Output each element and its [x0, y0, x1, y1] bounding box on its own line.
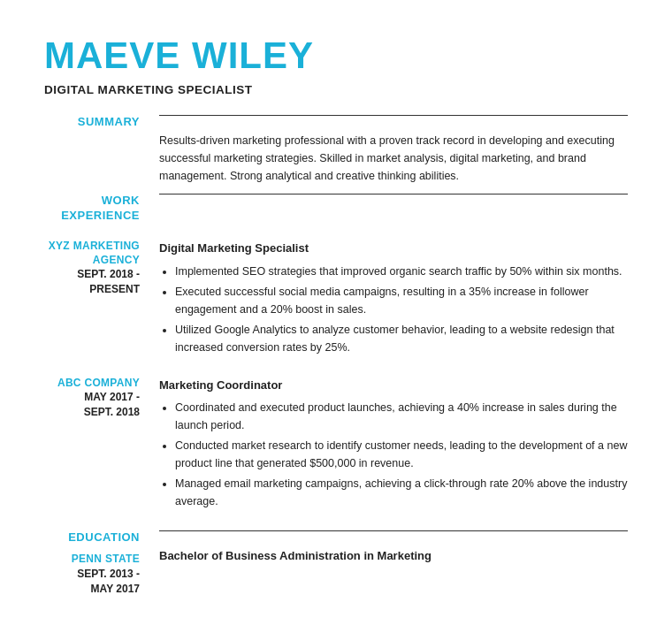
job-2-left: ABC COMPANY MAY 2017 - SEPT. 2018 [44, 377, 159, 420]
list-item: Coordinated and executed product launche… [175, 399, 628, 434]
job-2-position: Marketing Coordinator [159, 377, 628, 394]
list-item: Utilized Google Analytics to analyze cus… [175, 321, 628, 356]
job-1-row: XYZ MARKETING AGENCY SEPT. 2018 - PRESEN… [44, 240, 628, 359]
summary-text: Results-driven marketing professional wi… [159, 132, 628, 185]
job-2-row: ABC COMPANY MAY 2017 - SEPT. 2018 Market… [44, 377, 628, 514]
work-experience-label: WORK EXPERIENCE [44, 194, 140, 224]
list-item: Managed email marketing campaigns, achie… [175, 475, 628, 510]
job-1-company: XYZ MARKETING AGENCY [44, 240, 140, 267]
job-2-bullets: Coordinated and executed product launche… [159, 399, 628, 510]
job-1-bullets: Implemented SEO strategies that improved… [159, 263, 628, 356]
candidate-name: MAEVE WILEY [44, 35, 628, 76]
header-section: MAEVE WILEY DIGITAL MARKETING SPECIALIST [44, 35, 628, 99]
work-experience-label-col: WORK EXPERIENCE [44, 194, 159, 224]
job-1-date: SEPT. 2018 - PRESENT [44, 267, 140, 297]
degree-title: Bachelor of Business Administration in M… [159, 547, 628, 565]
candidate-job-title: DIGITAL MARKETING SPECIALIST [44, 81, 628, 99]
education-left: EDUCATION PENN STATE SEPT. 2013 - MAY 20… [44, 530, 159, 596]
summary-label: SUMMARY [44, 115, 140, 130]
list-item: Conducted market research to identify cu… [175, 437, 628, 472]
education-section: EDUCATION PENN STATE SEPT. 2013 - MAY 20… [44, 530, 628, 596]
job-1-left: XYZ MARKETING AGENCY SEPT. 2018 - PRESEN… [44, 240, 159, 297]
education-right: Bachelor of Business Administration in M… [159, 530, 628, 565]
education-label: EDUCATION [44, 530, 140, 545]
job-2-date: MAY 2017 - SEPT. 2018 [44, 390, 140, 420]
work-experience-header-row: WORK EXPERIENCE [44, 194, 628, 224]
school-name: PENN STATE [44, 551, 140, 567]
job-2-company: ABC COMPANY [44, 377, 140, 391]
list-item: Executed successful social media campaig… [175, 283, 628, 318]
summary-section: SUMMARY Results-driven marketing profess… [44, 115, 628, 185]
resume-container: MAEVE WILEY DIGITAL MARKETING SPECIALIST… [0, 0, 672, 633]
job-1-right: Digital Marketing Specialist Implemented… [159, 240, 628, 359]
summary-right: Results-driven marketing professional wi… [159, 115, 628, 185]
job-2-right: Marketing Coordinator Coordinated and ex… [159, 377, 628, 514]
job-1-position: Digital Marketing Specialist [159, 240, 628, 257]
list-item: Implemented SEO strategies that improved… [175, 263, 628, 280]
work-experience-rule [159, 194, 628, 203]
education-date: SEPT. 2013 - MAY 2017 [44, 567, 140, 597]
summary-left: SUMMARY [44, 115, 159, 130]
